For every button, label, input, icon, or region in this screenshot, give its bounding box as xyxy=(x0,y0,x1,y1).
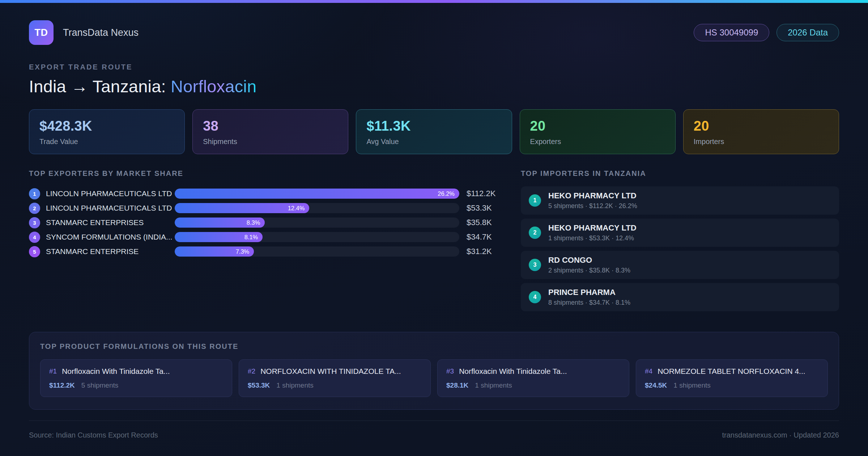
exporter-value: $35.8K xyxy=(467,218,503,227)
footer-source: Source: Indian Customs Export Records xyxy=(29,431,158,439)
importer-item[interactable]: 4 PRINCE PHARMA 8 shipments · $34.7K · 8… xyxy=(521,283,839,311)
stat-label: Trade Value xyxy=(39,138,174,146)
exporters-section: TOP EXPORTERS BY MARKET SHARE 1 LINCOLN … xyxy=(29,169,503,315)
brand-block: TD TransData Nexus xyxy=(29,20,139,45)
market-share-bar-fill: 8.3% xyxy=(175,218,265,228)
market-share-bar-track: 8.3% xyxy=(175,218,459,228)
importers-section: TOP IMPORTERS IN TANZANIA 1 HEKO PHARMAC… xyxy=(521,169,839,315)
product-shipments: 5 shipments xyxy=(81,381,118,389)
rank-badge: 3 xyxy=(29,217,40,228)
product-rank: #1 xyxy=(49,367,57,375)
product-value: $28.1K xyxy=(446,381,468,389)
rank-badge: 2 xyxy=(29,203,40,214)
product-value: $24.5K xyxy=(645,381,667,389)
product-card[interactable]: #3 Norfloxacin With Tinidazole Ta... $28… xyxy=(437,359,629,397)
eyebrow-label: EXPORT TRADE ROUTE xyxy=(29,63,839,71)
market-share-bar-fill: 26.2% xyxy=(175,189,459,199)
product-value: $53.3K xyxy=(248,381,270,389)
products-grid: #1 Norfloxacin With Tinidazole Ta... $11… xyxy=(40,359,828,397)
importer-detail: 2 shipments · $35.8K · 8.3% xyxy=(548,267,630,274)
market-share-bar-fill: 8.1% xyxy=(175,232,263,242)
product-value: $112.2K xyxy=(49,381,75,389)
product-name: Norfloxacin With Tinidazole Ta... xyxy=(459,367,567,376)
header-badges: HS 30049099 2026 Data xyxy=(694,24,839,41)
exporter-row[interactable]: 3 STANMARC ENTERPRISES 8.3% $35.8K xyxy=(29,215,503,230)
stat-value: $11.3K xyxy=(366,118,501,134)
stat-value: 20 xyxy=(694,118,829,134)
top-accent-bar xyxy=(0,0,868,3)
share-percent-label: 8.3% xyxy=(247,219,260,226)
market-share-bar-fill: 12.4% xyxy=(175,203,309,213)
importer-detail: 1 shipments · $53.3K · 12.4% xyxy=(548,235,637,242)
market-share-bar-fill: 7.3% xyxy=(175,246,254,257)
stat-card-exporters: 20 Exporters xyxy=(520,109,676,154)
market-share-bar-track: 26.2% xyxy=(175,189,459,199)
importer-item[interactable]: 3 RD CONGO 2 shipments · $35.8K · 8.3% xyxy=(521,251,839,279)
importer-name: HEKO PHARMACY LTD xyxy=(548,191,637,200)
rank-badge: 4 xyxy=(29,232,40,243)
stat-cards: $428.3K Trade Value 38 Shipments $11.3K … xyxy=(29,109,839,154)
dashboard-page: TD TransData Nexus HS 30049099 2026 Data… xyxy=(0,20,868,439)
year-data-badge[interactable]: 2026 Data xyxy=(776,24,839,41)
rank-badge: 2 xyxy=(529,227,541,239)
exporter-name: LINCOLN PHARMACEUTICALS LTD xyxy=(46,189,175,198)
importer-name: HEKO PHARMACY LTD xyxy=(548,223,637,233)
product-rank: #4 xyxy=(645,367,652,375)
product-name: NORFLOXACIN WITH TINIDAZOLE TA... xyxy=(260,367,401,376)
exporters-heading: TOP EXPORTERS BY MARKET SHARE xyxy=(29,169,503,178)
product-shipments: 1 shipments xyxy=(475,381,512,389)
stat-card-trade-value: $428.3K Trade Value xyxy=(29,109,185,154)
product-card[interactable]: #2 NORFLOXACIN WITH TINIDAZOLE TA... $53… xyxy=(239,359,431,397)
market-share-bar-track: 12.4% xyxy=(175,203,459,213)
exporter-name: LINCOLN PHARMACEUTICALS LTD xyxy=(46,204,175,212)
exporter-name: STANMARC ENTERPRISE xyxy=(46,247,175,256)
product-card[interactable]: #4 NORMEZOLE TABLET NORFLOXACIN 4... $24… xyxy=(636,359,828,397)
product-name: Norfloxacin With Tinidazole Ta... xyxy=(62,367,170,376)
app-logo: TD xyxy=(29,20,54,45)
footer: Source: Indian Customs Export Records tr… xyxy=(29,421,839,439)
importer-item[interactable]: 1 HEKO PHARMACY LTD 5 shipments · $112.2… xyxy=(521,186,839,215)
importer-name: PRINCE PHARMA xyxy=(548,288,630,297)
exporter-row[interactable]: 4 SYNCOM FORMULATIONS (INDIA... 8.1% $34… xyxy=(29,230,503,244)
page-title-product: Norfloxacin xyxy=(171,77,256,96)
stat-value: 20 xyxy=(530,118,665,134)
stat-card-shipments: 38 Shipments xyxy=(192,109,348,154)
stat-value: 38 xyxy=(203,118,338,134)
products-panel: TOP PRODUCT FORMULATIONS ON THIS ROUTE #… xyxy=(29,332,839,410)
market-share-bar-track: 8.1% xyxy=(175,232,459,242)
stat-value: $428.3K xyxy=(39,118,174,134)
page-title-route: India → Tanzania: xyxy=(29,77,171,96)
page-title: India → Tanzania: Norfloxacin xyxy=(29,76,839,96)
exporter-row[interactable]: 1 LINCOLN PHARMACEUTICALS LTD 26.2% $112… xyxy=(29,186,503,201)
exporter-name: STANMARC ENTERPRISES xyxy=(46,218,175,227)
exporter-row[interactable]: 5 STANMARC ENTERPRISE 7.3% $31.2K xyxy=(29,244,503,259)
stat-card-importers: 20 Importers xyxy=(683,109,839,154)
header: TD TransData Nexus HS 30049099 2026 Data xyxy=(29,20,839,45)
importer-detail: 5 shipments · $112.2K · 26.2% xyxy=(548,202,637,210)
rank-badge: 1 xyxy=(529,194,541,207)
exporter-value: $112.2K xyxy=(467,189,503,198)
exporter-row[interactable]: 2 LINCOLN PHARMACEUTICALS LTD 12.4% $53.… xyxy=(29,201,503,215)
importer-item[interactable]: 2 HEKO PHARMACY LTD 1 shipments · $53.3K… xyxy=(521,219,839,247)
product-rank: #3 xyxy=(446,367,454,375)
stat-label: Exporters xyxy=(530,138,665,146)
product-shipments: 1 shipments xyxy=(673,381,710,389)
product-card[interactable]: #1 Norfloxacin With Tinidazole Ta... $11… xyxy=(40,359,232,397)
rank-badge: 3 xyxy=(529,259,541,271)
exporter-value: $53.3K xyxy=(467,203,503,213)
rank-badge: 5 xyxy=(29,246,40,257)
share-percent-label: 26.2% xyxy=(438,190,455,197)
share-percent-label: 12.4% xyxy=(288,205,305,212)
stat-label: Avg Value xyxy=(366,138,501,146)
products-heading: TOP PRODUCT FORMULATIONS ON THIS ROUTE xyxy=(40,342,828,351)
stat-label: Importers xyxy=(694,138,829,146)
exporter-name: SYNCOM FORMULATIONS (INDIA... xyxy=(46,233,175,241)
product-name: NORMEZOLE TABLET NORFLOXACIN 4... xyxy=(658,367,805,376)
stat-card-avg-value: $11.3K Avg Value xyxy=(356,109,512,154)
importers-heading: TOP IMPORTERS IN TANZANIA xyxy=(521,169,839,178)
share-percent-label: 7.3% xyxy=(236,248,250,255)
hs-code-badge[interactable]: HS 30049099 xyxy=(694,24,769,41)
rank-badge: 4 xyxy=(529,291,541,303)
product-rank: #2 xyxy=(248,367,255,375)
footer-site-link[interactable]: transdatanexus.com · Updated 2026 xyxy=(722,431,839,439)
